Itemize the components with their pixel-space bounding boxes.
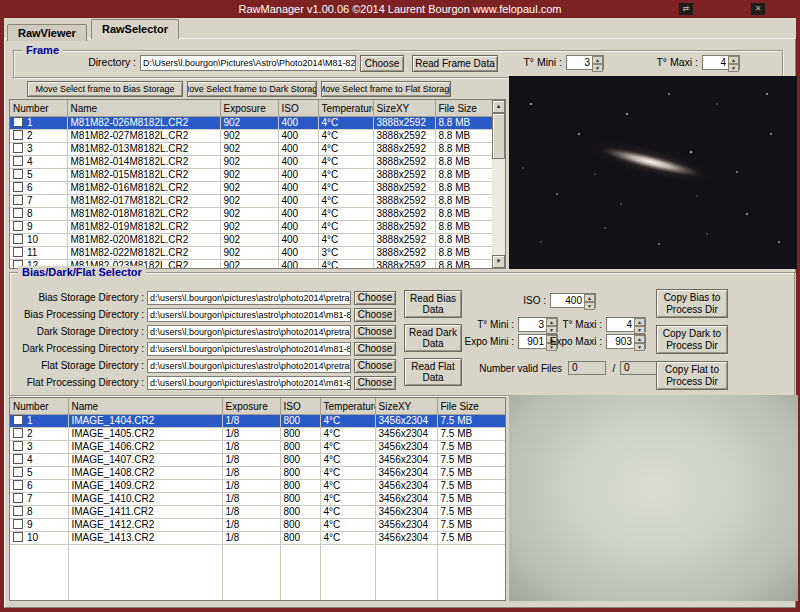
cell-exposure[interactable] <box>222 558 280 571</box>
spin-down-icon[interactable]: ▼ <box>634 343 645 351</box>
cell-filesize[interactable]: 7.5 MB <box>437 454 505 467</box>
cell-sizexy[interactable]: 3456x2304 <box>375 532 437 545</box>
column-header[interactable]: File Size <box>435 100 492 117</box>
cell-filesize[interactable]: 8.8 MB <box>435 182 492 195</box>
cell-exposure[interactable]: 1/8 <box>222 480 280 493</box>
table-row[interactable] <box>10 597 505 602</box>
cell-exposure[interactable]: 1/8 <box>222 428 280 441</box>
table-row[interactable]: 7 IMAGE_1410.CR2 1/8 800 4°C 3456x2304 7… <box>10 493 505 506</box>
cell-name[interactable]: M81M82-020M8182L.CR2 <box>67 234 220 247</box>
cell-filesize[interactable]: 7.5 MB <box>437 428 505 441</box>
cell-iso[interactable] <box>280 584 320 597</box>
cell-sizexy[interactable]: 3456x2304 <box>375 441 437 454</box>
column-header[interactable]: ISO <box>280 398 320 415</box>
cell-temperature[interactable] <box>320 558 375 571</box>
row-checkbox[interactable] <box>13 130 23 140</box>
cell-temperature[interactable]: 4°C <box>320 532 375 545</box>
cell-iso[interactable] <box>280 571 320 584</box>
spin-down-icon[interactable]: ▼ <box>728 64 739 72</box>
cell-filesize[interactable]: 7.5 MB <box>437 519 505 532</box>
expo-maxi-value[interactable]: 903 <box>607 335 634 348</box>
cell-exposure[interactable] <box>222 571 280 584</box>
read-bias-data-button[interactable]: Read Bias Data <box>404 290 462 318</box>
resize-arrows-icon[interactable]: ⇄ <box>679 3 693 15</box>
choose-button[interactable]: Choose <box>354 308 396 322</box>
tab-rawselector[interactable]: RawSelector <box>91 19 179 39</box>
cell-iso[interactable]: 800 <box>280 506 320 519</box>
choose-button[interactable]: Choose <box>354 291 396 305</box>
cell-exposure[interactable]: 902 <box>220 156 278 169</box>
column-header[interactable]: Exposure <box>222 398 280 415</box>
cell-exposure[interactable]: 1/8 <box>222 519 280 532</box>
cell-name[interactable]: M81M82-014M8182L.CR2 <box>67 156 220 169</box>
cell-filesize[interactable]: 7.5 MB <box>437 493 505 506</box>
column-header[interactable]: ISO <box>278 100 318 117</box>
cell-temperature[interactable] <box>320 545 375 558</box>
cell-iso[interactable]: 400 <box>278 260 318 270</box>
cell-exposure[interactable]: 1/8 <box>222 532 280 545</box>
cell-temperature[interactable]: 4°C <box>320 493 375 506</box>
cell-iso[interactable]: 400 <box>278 169 318 182</box>
table-row[interactable]: 4 M81M82-014M8182L.CR2 902 400 4°C 3888x… <box>10 156 492 169</box>
cell-temperature[interactable] <box>320 597 375 602</box>
cell-exposure[interactable]: 902 <box>220 208 278 221</box>
frame-tmaxi-spinner[interactable]: 4 ▲▼ <box>702 55 740 70</box>
cell-iso[interactable]: 800 <box>280 428 320 441</box>
cell-temperature[interactable]: 4°C <box>320 441 375 454</box>
cell-exposure[interactable]: 902 <box>220 234 278 247</box>
cell-iso[interactable]: 800 <box>280 519 320 532</box>
cell-iso[interactable]: 400 <box>278 156 318 169</box>
cell-sizexy[interactable]: 3456x2304 <box>375 467 437 480</box>
cell-name[interactable] <box>68 558 222 571</box>
cell-sizexy[interactable]: 3456x2304 <box>375 454 437 467</box>
table-row[interactable]: 4 IMAGE_1407.CR2 1/8 800 4°C 3456x2304 7… <box>10 454 505 467</box>
cell-exposure[interactable]: 1/8 <box>222 506 280 519</box>
cell-exposure[interactable]: 902 <box>220 221 278 234</box>
column-header[interactable]: Number <box>10 398 68 415</box>
cell-filesize[interactable]: 8.8 MB <box>435 156 492 169</box>
copy-flat-button[interactable]: Copy Flat to Process Dir <box>656 361 728 390</box>
cell-filesize[interactable]: 7.5 MB <box>437 506 505 519</box>
cell-name[interactable] <box>68 545 222 558</box>
cell-filesize[interactable] <box>437 584 505 597</box>
cell-iso[interactable] <box>280 597 320 602</box>
spin-up-icon[interactable]: ▲ <box>634 335 645 343</box>
row-checkbox[interactable] <box>13 208 23 218</box>
cell-iso[interactable]: 800 <box>280 480 320 493</box>
row-checkbox[interactable] <box>13 221 23 231</box>
table-row[interactable]: 2 IMAGE_1405.CR2 1/8 800 4°C 3456x2304 7… <box>10 428 505 441</box>
row-checkbox[interactable] <box>13 169 23 179</box>
row-checkbox[interactable] <box>13 234 23 244</box>
cell-name[interactable] <box>68 571 222 584</box>
table-row[interactable]: 6 M81M82-016M8182L.CR2 902 400 4°C 3888x… <box>10 182 492 195</box>
cell-exposure[interactable]: 902 <box>220 260 278 270</box>
directory-field[interactable]: d:\users\l.bourgon\pictures\astro\photo2… <box>147 325 351 339</box>
table-row[interactable]: 9 M81M82-019M8182L.CR2 902 400 4°C 3888x… <box>10 221 492 234</box>
cell-exposure[interactable]: 902 <box>220 182 278 195</box>
row-checkbox[interactable] <box>13 428 23 438</box>
cell-sizexy[interactable]: 3888x2592 <box>373 221 435 234</box>
cell-iso[interactable]: 800 <box>280 415 320 428</box>
cell-exposure[interactable]: 902 <box>220 247 278 260</box>
cell-sizexy[interactable]: 3888x2592 <box>373 130 435 143</box>
row-checkbox[interactable] <box>13 493 23 503</box>
cell-temperature[interactable]: 4°C <box>318 169 373 182</box>
column-header[interactable]: Name <box>68 398 222 415</box>
cell-name[interactable]: IMAGE_1411.CR2 <box>68 506 222 519</box>
cell-exposure[interactable]: 1/8 <box>222 454 280 467</box>
cell-name[interactable]: M81M82-022M8182L.CR2 <box>67 247 220 260</box>
spin-up-icon[interactable]: ▲ <box>584 294 595 302</box>
cell-exposure[interactable]: 902 <box>220 143 278 156</box>
spin-down-icon[interactable]: ▼ <box>592 64 603 72</box>
cell-sizexy[interactable]: 3888x2592 <box>373 247 435 260</box>
read-frame-data-button[interactable]: Read Frame Data <box>412 55 498 72</box>
cell-iso[interactable]: 800 <box>280 532 320 545</box>
spin-down-icon[interactable]: ▼ <box>584 302 595 310</box>
table-row[interactable]: 6 IMAGE_1409.CR2 1/8 800 4°C 3456x2304 7… <box>10 480 505 493</box>
spin-up-icon[interactable]: ▲ <box>634 318 645 326</box>
column-header[interactable]: File Size <box>437 398 505 415</box>
cell-iso[interactable]: 400 <box>278 195 318 208</box>
directory-field[interactable]: d:\users\l.bourgon\pictures\astro\photo2… <box>147 376 351 390</box>
cell-sizexy[interactable]: 3456x2304 <box>375 428 437 441</box>
row-checkbox[interactable] <box>13 156 23 166</box>
